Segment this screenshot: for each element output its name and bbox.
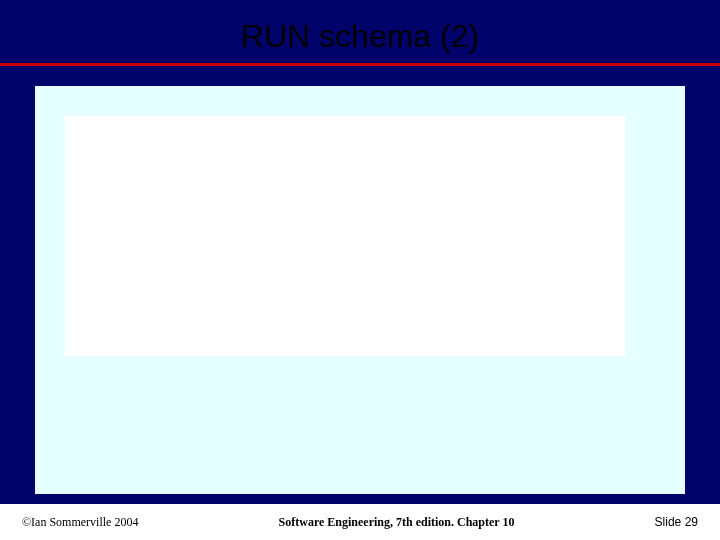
footer-book-title: Software Engineering, 7th edition. Chapt…: [279, 515, 515, 530]
title-area: RUN schema (2): [0, 0, 720, 55]
footer-slide-number: Slide 29: [655, 515, 698, 529]
slide-title: RUN schema (2): [0, 18, 720, 55]
slide-footer: ©Ian Sommerville 2004 Software Engineeri…: [0, 504, 720, 540]
inner-box: [65, 116, 625, 356]
footer-copyright: ©Ian Sommerville 2004: [22, 515, 138, 530]
content-frame: [35, 86, 685, 494]
content-area: [0, 66, 720, 504]
